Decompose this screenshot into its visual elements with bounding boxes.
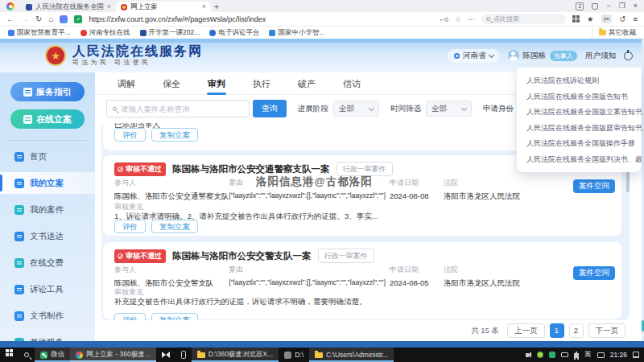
dropdown-item[interactable]: 人民法院在线服务全国版判决书、裁... xyxy=(517,152,642,168)
field-value: 2024-08-08 xyxy=(390,191,444,200)
tab-trial[interactable]: 审判 xyxy=(208,72,225,95)
case-space-button[interactable]: 案件空间 xyxy=(573,179,615,193)
screenshot-scissors-icon[interactable]: ✂ xyxy=(601,14,613,23)
evaluate-button[interactable]: 评价 xyxy=(114,128,146,142)
bookmark-item[interactable]: 开学第一课202... xyxy=(140,28,200,38)
taskbar-folder-3[interactable]: C:\Users\Administr... xyxy=(309,348,394,362)
maximize-button[interactable]: ❐ xyxy=(619,0,625,12)
extension-icon[interactable] xyxy=(60,15,68,23)
case-search-box[interactable] xyxy=(106,100,250,117)
sidebar-item-my-cases[interactable]: 我的案件 xyxy=(0,199,95,220)
browser-logo-icon[interactable] xyxy=(6,2,14,10)
reload-icon[interactable]: ↻ xyxy=(35,13,42,26)
speaker-icon[interactable] xyxy=(526,353,529,357)
browser-tab-2[interactable]: 网上立案 × xyxy=(116,2,211,12)
tab-petition[interactable]: 信访 xyxy=(343,72,361,95)
taskbar-folder-1[interactable]: D:\360极速浏览器X... xyxy=(192,348,279,362)
taskbar-folder-2[interactable]: D:\ xyxy=(279,348,309,362)
copy-filing-button[interactable]: 复制立案 xyxy=(151,128,198,142)
taskbar-search-button[interactable] xyxy=(19,348,35,362)
dropdown-item[interactable]: 人民法院在线服务全国版立案告知书 xyxy=(517,105,642,121)
bookmark-item[interactable]: 电子诉讼平台 xyxy=(209,28,259,38)
dropdown-item[interactable]: 人民法院在线诉讼规则 xyxy=(517,73,642,89)
security-tray-icon[interactable] xyxy=(537,352,543,358)
skin-icon[interactable] xyxy=(592,3,598,10)
back-icon[interactable]: ← xyxy=(6,13,14,26)
query-button[interactable]: 查询 xyxy=(253,100,287,117)
user-notice-link[interactable]: 用户须知 xyxy=(585,51,616,61)
wechat-tray-icon[interactable] xyxy=(549,352,555,358)
next-page-button[interactable]: 下一页 xyxy=(588,323,626,338)
clock[interactable]: 21:26 xyxy=(610,351,627,359)
copy-filing-button[interactable]: 复制立案 xyxy=(151,220,198,233)
sidebar-item-document-making[interactable]: 文书制作 xyxy=(0,305,95,327)
chevron-down-icon xyxy=(461,105,467,110)
keyboard-icon[interactable] xyxy=(597,352,605,358)
monitor-tray-icon[interactable] xyxy=(561,352,568,357)
home-icon[interactable]: ⌂ xyxy=(48,13,53,26)
page-2-button[interactable]: 2 xyxy=(569,323,584,338)
field-value: {"laayztlx":"","laayxzxwzl":[],"laaymc":… xyxy=(229,191,390,200)
tab-bankruptcy[interactable]: 破产 xyxy=(298,72,316,95)
tab-enforcement[interactable]: 执行 xyxy=(253,72,270,95)
https-shield-icon[interactable]: ✓ xyxy=(74,15,82,23)
sidebar-item-online-payment[interactable]: 在线交费 xyxy=(0,252,95,274)
evaluate-button[interactable]: 评价 xyxy=(114,313,146,320)
sidebar-item-document-delivery[interactable]: 文书送达 xyxy=(0,225,95,247)
sidebar-item-home[interactable]: 首页 xyxy=(0,146,95,167)
region-selector[interactable]: 河南省 xyxy=(448,49,500,63)
logout-power-icon[interactable] xyxy=(624,51,633,60)
taskbar-browser[interactable]: 网上立案 - 360极速... xyxy=(70,348,156,362)
tab2-close-icon[interactable]: × xyxy=(202,3,206,10)
tab1-close-icon[interactable]: × xyxy=(107,3,111,10)
undo-icon[interactable]: ↺ xyxy=(619,14,625,23)
bookmark-item[interactable]: 国家中小学智... xyxy=(269,28,324,38)
dropdown-item[interactable]: 人民法院在线服务全国版操作手册 xyxy=(517,136,642,152)
bookmark-item[interactable]: 河南专技在线 xyxy=(80,28,130,38)
quick-search-box[interactable] xyxy=(481,14,566,24)
more-tools-icon[interactable]: ⋯ xyxy=(468,15,475,23)
start-button[interactable] xyxy=(0,348,19,362)
taskbar-app-bowtie[interactable] xyxy=(156,348,175,362)
online-filing-button[interactable]: 在线立案 xyxy=(10,109,85,129)
case-search-input[interactable] xyxy=(121,105,243,113)
case-space-button[interactable]: 案件空间 xyxy=(573,266,615,280)
apps-grid-icon[interactable] xyxy=(572,15,576,19)
sidebar-item-litigation-tools[interactable]: 诉讼工具 xyxy=(0,278,95,300)
dropdown-item[interactable]: 人民法院在线服务全国版庭审告知书 xyxy=(517,121,642,137)
input-language[interactable]: 英 xyxy=(584,350,592,360)
notification-icon[interactable] xyxy=(633,352,639,358)
username: 陈国栋 xyxy=(523,51,547,61)
password-key-icon[interactable]: ⌐o xyxy=(440,15,448,23)
time-filter-select[interactable]: 全部 xyxy=(426,101,472,117)
other-favorites[interactable]: 其它收藏 xyxy=(592,28,636,38)
taskbar-wechat[interactable]: 微信 xyxy=(35,348,70,362)
usb-tray-icon[interactable] xyxy=(576,352,577,358)
user-menu[interactable]: 陈国栋 当事人 xyxy=(508,50,578,61)
evaluate-button[interactable]: 评价 xyxy=(114,220,146,233)
prev-page-button[interactable]: 上一页 xyxy=(507,323,545,338)
bookmark-star-icon[interactable]: ☆ xyxy=(455,15,461,23)
payment-icon xyxy=(14,258,24,268)
tab-count-badge[interactable]: 2 xyxy=(576,2,584,10)
taskbar-app-phone[interactable] xyxy=(175,348,192,362)
browser-tab-1[interactable]: 人民法院在线服务全国版_百... × xyxy=(21,2,116,12)
stage-filter-select[interactable]: 全部 xyxy=(333,101,379,117)
new-tab-button[interactable]: + xyxy=(211,2,222,12)
tab-mediation[interactable]: 调解 xyxy=(118,72,135,95)
favorites-add-icon[interactable]: ★ xyxy=(587,14,594,23)
menu-icon[interactable]: ≡ xyxy=(633,14,638,23)
minimize-button[interactable]: − xyxy=(606,0,610,12)
sidebar-item-my-filing[interactable]: 我的立案 xyxy=(0,172,95,194)
tab-preservation[interactable]: 保全 xyxy=(163,72,180,95)
dropdown-item[interactable]: 人民法院在线服务全国版告知书 xyxy=(517,89,642,105)
bookmark-item[interactable]: 国家智慧教育平... xyxy=(8,28,71,38)
url-text[interactable]: https://zxfw.court.gov.cn/zxfw/#/pagesWs… xyxy=(89,15,433,23)
close-button[interactable]: × xyxy=(634,0,638,12)
copy-filing-button[interactable]: 复制立案 xyxy=(151,313,198,320)
quick-search-input[interactable] xyxy=(493,15,561,23)
forward-icon[interactable]: → xyxy=(21,13,29,26)
page-1-button[interactable]: 1 xyxy=(550,323,564,338)
field-label: 法院 xyxy=(444,178,557,188)
service-guide-button[interactable]: 服务指引 xyxy=(10,82,85,101)
